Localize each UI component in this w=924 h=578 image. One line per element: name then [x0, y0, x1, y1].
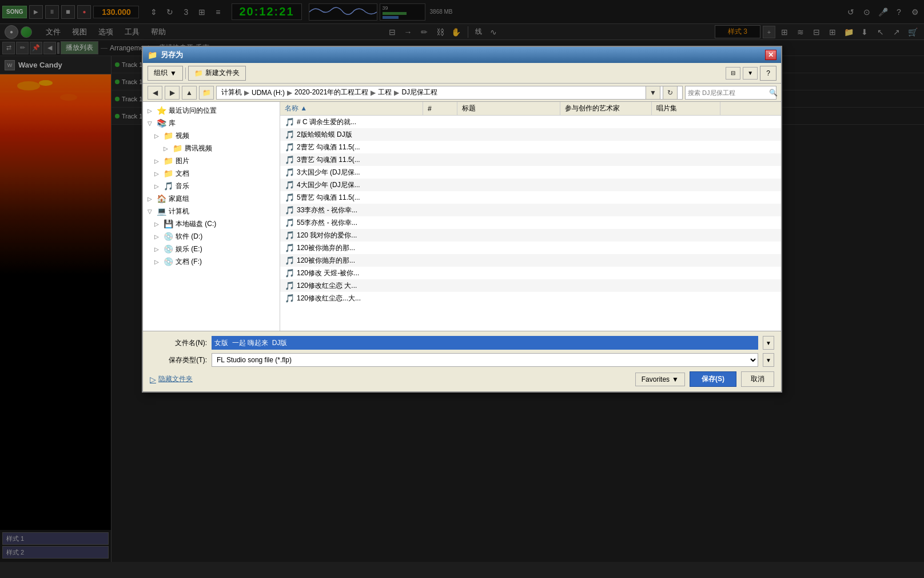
expand-icon: ▷: [154, 158, 161, 164]
expand-icon: ▷: [154, 246, 161, 252]
tree-item-documents[interactable]: ▷ 📁 文档: [143, 167, 280, 180]
search-input[interactable]: [688, 89, 767, 96]
file-name: 🎵55李亦然 - 祝你幸...: [280, 218, 423, 228]
address-dropdown-btn[interactable]: ▼: [646, 86, 660, 100]
save-as-dialog: 📁 另存为 ✕ 组织 ▼ 📁 新建文件夹 ⊟ ▼ ? ◀ ▶ ▲: [142, 46, 782, 393]
file-list-scroll: 🎵# C 调余生爱的就... 🎵2版蛤蟆蛤蟆 DJ版: [280, 116, 781, 304]
col-album[interactable]: 唱片集: [652, 102, 720, 115]
expand-icon: ▷: [154, 221, 161, 227]
filetype-row: 保存类型(T): FL Studio song file (*.flp) ▼: [150, 353, 774, 367]
folder-icon-addr: 📁: [199, 86, 214, 100]
view-toggle-button[interactable]: ⊟: [726, 67, 740, 80]
col-num[interactable]: #: [423, 102, 457, 115]
search-box: 🔍: [685, 86, 776, 100]
expand-icon: ▷: [164, 145, 170, 152]
tree-item-library[interactable]: ▽ 📚 库: [143, 117, 280, 129]
col-name[interactable]: 名称 ▲: [280, 102, 423, 115]
filetype-dropdown-button[interactable]: ▼: [763, 353, 774, 367]
dialog-footer: 文件名(N): ▼ 保存类型(T): FL Studio song file (…: [143, 331, 781, 391]
address-refresh-btn[interactable]: ↻: [663, 86, 678, 100]
favorites-dropdown-icon: ▼: [672, 375, 679, 383]
organize-button[interactable]: 组织 ▼: [148, 66, 183, 81]
search-icon[interactable]: 🔍: [769, 89, 778, 97]
filename-label: 文件名(N):: [150, 338, 207, 348]
filename-dropdown-button[interactable]: ▼: [763, 336, 774, 350]
file-row[interactable]: 🎵3曹艺 勾魂酒 11.5(...: [280, 153, 781, 166]
file-row[interactable]: 🎵120修改 天煜-被你...: [280, 267, 781, 279]
tree-item-c-drive[interactable]: ▷ 💾 本地磁盘 (C:): [143, 217, 280, 230]
tree-item-d-drive[interactable]: ▷ 💿 软件 (D:): [143, 230, 280, 243]
dialog-body: ▷ ⭐ 最近访问的位置 ▽ 📚 库 ▷ 📁 视频 ▷ 📁 腾讯视频: [143, 102, 781, 331]
dialog-address-bar: ◀ ▶ ▲ 📁 计算机 ▶ UDMA (H:) ▶ 2020-2021年的工程工…: [143, 84, 781, 102]
file-row[interactable]: 🎵2版蛤蟆蛤蟆 DJ版: [280, 128, 781, 141]
file-row[interactable]: 🎵120修改红尘恋...大...: [280, 292, 781, 304]
dialog-overlay: 📁 另存为 ✕ 组织 ▼ 📁 新建文件夹 ⊟ ▼ ? ◀ ▶ ▲: [0, 0, 924, 578]
tree-item-video[interactable]: ▷ 📁 视频: [143, 129, 280, 142]
tree-item-pictures[interactable]: ▷ 📁 图片: [143, 155, 280, 167]
file-row[interactable]: 🎵3大国少年 (DJ尼保...: [280, 166, 781, 179]
file-name: 🎵120修改 天煜-被你...: [280, 268, 423, 278]
file-row[interactable]: 🎵120被你抛弃的那...: [280, 254, 781, 267]
forward-button[interactable]: ▶: [165, 86, 180, 100]
file-row[interactable]: 🎵2曹艺 勾魂酒 11.5(...: [280, 141, 781, 153]
expand-icon: ▷: [148, 196, 154, 202]
view-toggle-button-2[interactable]: ▼: [743, 67, 758, 80]
expand-icon: ▽: [148, 208, 154, 215]
file-name: 🎵2版蛤蟆蛤蟆 DJ版: [280, 130, 423, 140]
file-name: 🎵3大国少年 (DJ尼保...: [280, 168, 423, 177]
file-row[interactable]: 🎵120被你抛弃的那...: [280, 242, 781, 254]
expand-icon: ▽: [148, 120, 154, 126]
cancel-button[interactable]: 取消: [741, 371, 774, 387]
filetype-select[interactable]: FL Studio song file (*.flp): [212, 353, 758, 367]
expand-icon: ▷: [148, 108, 154, 114]
col-artist[interactable]: 参与创作的艺术家: [560, 102, 652, 115]
up-button[interactable]: ▲: [182, 86, 197, 100]
file-name: 🎵33李亦然 - 祝你幸...: [280, 205, 423, 215]
tree-item-homegroup[interactable]: ▷ 🏠 家庭组: [143, 192, 280, 205]
file-name: 🎵120 我对你的爱你...: [280, 231, 423, 240]
file-list-header: 名称 ▲ # 标题 参与创作的艺术家 唱片集: [280, 102, 781, 116]
filetype-label: 保存类型(T):: [150, 355, 207, 365]
tree-item-computer[interactable]: ▽ 💻 计算机: [143, 205, 280, 217]
file-row[interactable]: 🎵33李亦然 - 祝你幸...: [280, 204, 781, 216]
file-name: 🎵120修改红尘恋...大...: [280, 294, 423, 303]
file-row[interactable]: 🎵120修改红尘恋 大...: [280, 279, 781, 292]
tree-item-music[interactable]: ▷ 🎵 音乐: [143, 180, 280, 192]
file-row[interactable]: 🎵120 我对你的爱你...: [280, 229, 781, 242]
triangle-icon: ▷: [150, 375, 156, 384]
file-name: 🎵5曹艺 勾魂酒 11.5(...: [280, 193, 423, 203]
help-dialog-button[interactable]: ?: [760, 66, 776, 81]
col-title[interactable]: 标题: [457, 102, 560, 115]
dialog-close-button[interactable]: ✕: [765, 50, 776, 60]
favorites-button[interactable]: Favorites ▼: [635, 373, 685, 386]
hide-folders-button[interactable]: ▷ 隐藏文件夹: [150, 374, 193, 384]
tree-item-tencent-video[interactable]: ▷ 📁 腾讯视频: [143, 142, 280, 155]
address-path: 计算机 ▶ UDMA (H:) ▶ 2020-2021年的工程工程 ▶ 工程 ▶…: [216, 86, 683, 100]
file-name: 🎵120被你抛弃的那...: [280, 243, 423, 253]
file-row[interactable]: 🎵55李亦然 - 祝你幸...: [280, 216, 781, 229]
tree-item-e-drive[interactable]: ▷ 💿 娱乐 (E:): [143, 243, 280, 255]
dialog-titlebar: 📁 另存为 ✕: [143, 47, 781, 63]
expand-icon: ▷: [154, 171, 161, 177]
file-row[interactable]: 🎵# C 调余生爱的就...: [280, 116, 781, 128]
file-name: 🎵120修改红尘恋 大...: [280, 281, 423, 291]
file-name: 🎵120被你抛弃的那...: [280, 256, 423, 266]
tree-item-recent[interactable]: ▷ ⭐ 最近访问的位置: [143, 104, 280, 117]
footer-actions: ▷ 隐藏文件夹 Favorites ▼ 保存(S) 取消: [150, 371, 774, 387]
file-name: 🎵2曹艺 勾魂酒 11.5(...: [280, 142, 423, 152]
file-name: 🎵3曹艺 勾魂酒 11.5(...: [280, 155, 423, 165]
dialog-toolbar: 组织 ▼ 📁 新建文件夹 ⊟ ▼ ?: [143, 63, 781, 84]
new-folder-button[interactable]: 📁 新建文件夹: [188, 66, 246, 81]
expand-icon: ▷: [154, 133, 161, 139]
dialog-title: 📁 另存为: [148, 50, 183, 60]
file-name: 🎵4大国少年 (DJ尼保...: [280, 180, 423, 190]
dialog-sidebar: ▷ ⭐ 最近访问的位置 ▽ 📚 库 ▷ 📁 视频 ▷ 📁 腾讯视频: [143, 102, 280, 331]
file-list: 名称 ▲ # 标题 参与创作的艺术家 唱片集 🎵# C 调余生爱的就...: [280, 102, 781, 331]
back-button[interactable]: ◀: [148, 86, 162, 100]
file-row[interactable]: 🎵4大国少年 (DJ尼保...: [280, 179, 781, 191]
filename-input[interactable]: [212, 336, 758, 350]
file-name: 🎵# C 调余生爱的就...: [280, 117, 423, 127]
file-row[interactable]: 🎵5曹艺 勾魂酒 11.5(...: [280, 191, 781, 204]
save-button[interactable]: 保存(S): [690, 371, 736, 387]
tree-item-f-drive[interactable]: ▷ 💿 文档 (F:): [143, 255, 280, 268]
